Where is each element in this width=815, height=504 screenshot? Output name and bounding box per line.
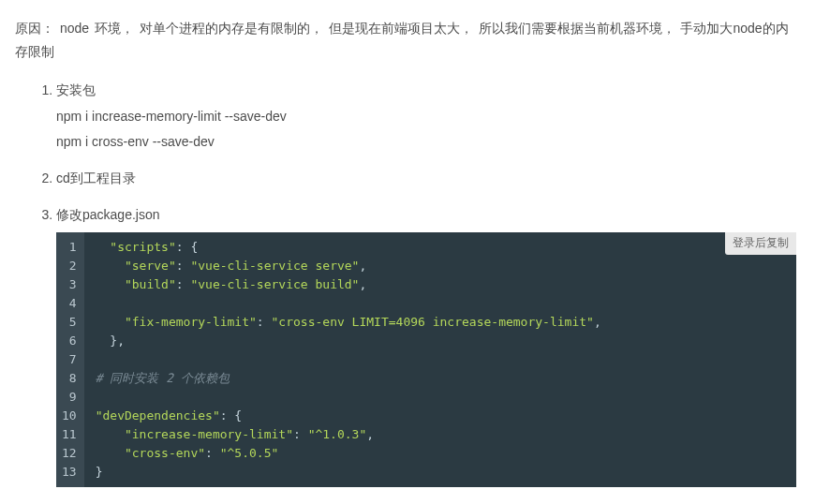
code-line: # 同时安装 2 个依赖包: [96, 369, 787, 388]
line-number: 1: [62, 238, 77, 257]
code-token: }: [96, 465, 103, 479]
code-line: "scripts": {: [96, 238, 787, 257]
line-number: 3: [62, 275, 77, 294]
code-line: "serve": "vue-cli-service serve",: [96, 257, 787, 275]
line-number: 13: [62, 463, 77, 482]
step-item: 执行npm run fix-memroy-limit: [56, 500, 800, 504]
line-number: 9: [62, 388, 77, 407]
step-title: 执行: [56, 500, 800, 504]
code-token: "serve": [125, 259, 176, 273]
step-item: 修改package.json登录后复制12345678910111213 "sc…: [56, 203, 800, 487]
intro-paragraph: 原因： node 环境， 对单个进程的内存是有限制的， 但是现在前端项目太大， …: [15, 17, 800, 64]
step-title: 修改package.json: [56, 203, 800, 227]
code-token: :: [176, 259, 191, 273]
code-token: ,: [359, 259, 366, 273]
code-line: "devDependencies": {: [96, 407, 787, 425]
line-number: 8: [62, 369, 77, 388]
code-token: },: [110, 334, 125, 348]
code-token: ,: [594, 315, 601, 329]
code-token: "^5.0.5": [220, 446, 279, 460]
code-token: :: [205, 446, 220, 460]
line-number: 5: [62, 313, 77, 332]
code-line: },: [96, 332, 787, 350]
code-line: [96, 388, 787, 407]
line-number: 11: [62, 425, 77, 444]
line-number: 6: [62, 332, 77, 350]
code-token: : {: [220, 408, 242, 422]
code-line: "fix-memory-limit": "cross-env LIMIT=409…: [96, 313, 787, 332]
step-subline: npm i cross-env --save-dev: [56, 130, 800, 154]
line-number: 10: [62, 407, 77, 425]
step-title: cd到工程目录: [56, 167, 800, 190]
line-number: 12: [62, 444, 77, 463]
code-token: "scripts": [110, 240, 175, 254]
code-token: :: [293, 427, 308, 441]
code-token: "vue-cli-service serve": [190, 259, 359, 273]
step-item: 安装包npm i increase-memory-limit --save-de…: [56, 79, 800, 154]
code-line: [96, 294, 787, 313]
code-line: }: [96, 463, 787, 482]
code-line: [96, 350, 787, 369]
code-token: "increase-memory-limit": [125, 427, 293, 441]
code-token: "build": [125, 277, 176, 291]
code-line: "increase-memory-limit": "^1.0.3",: [96, 425, 787, 444]
code-lines: "scripts": { "serve": "vue-cli-service s…: [84, 232, 796, 487]
code-block-inner: 12345678910111213 "scripts": { "serve": …: [56, 232, 796, 487]
code-token: "cross-env LIMIT=4096 increase-memory-li…: [272, 315, 594, 329]
line-number: 2: [62, 257, 77, 275]
code-line: "build": "vue-cli-service build",: [96, 275, 787, 294]
code-token: ,: [359, 277, 366, 291]
copy-button[interactable]: 登录后复制: [725, 232, 796, 255]
steps-list: 安装包npm i increase-memory-limit --save-de…: [15, 79, 800, 504]
code-line: "cross-env": "^5.0.5": [96, 444, 787, 463]
code-token: # 同时安装 2 个依赖包: [96, 371, 230, 385]
code-token: "fix-memory-limit": [125, 315, 257, 329]
line-number-gutter: 12345678910111213: [56, 232, 84, 487]
line-number: 7: [62, 350, 77, 369]
line-number: 4: [62, 294, 77, 313]
code-token: :: [257, 315, 272, 329]
code-token: : {: [176, 240, 198, 254]
code-token: ,: [366, 427, 374, 441]
code-block: 登录后复制12345678910111213 "scripts": { "ser…: [56, 232, 796, 487]
code-token: "devDependencies": [96, 408, 220, 422]
step-item: cd到工程目录: [56, 167, 800, 190]
code-token: "cross-env": [125, 446, 205, 460]
step-subline: npm i increase-memory-limit --save-dev: [56, 105, 800, 128]
code-token: "^1.0.3": [308, 427, 367, 441]
step-title: 安装包: [56, 79, 800, 102]
code-token: "vue-cli-service build": [190, 277, 359, 291]
code-token: :: [176, 277, 191, 291]
